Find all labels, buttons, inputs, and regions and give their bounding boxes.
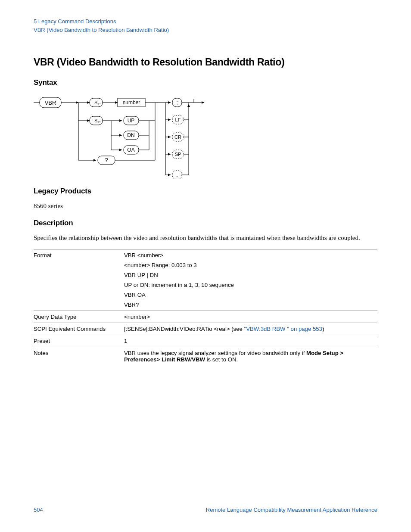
row-label: Query Data Type [34,311,124,323]
term-comma: , [176,171,178,178]
page-footer: 504 Remote Language Compatibility Measur… [34,507,377,513]
railroad-diagram-svg: VBR S P number ; S [34,93,206,179]
term-sp: SP [175,152,181,157]
oa-node: OA [127,147,134,153]
table-row: Preset 1 [34,335,377,347]
up-node: UP [128,118,135,124]
sp2-node: S [94,118,97,123]
footer-reference: Remote Language Compatibility Measuremen… [206,507,377,513]
description-heading: Description [34,219,377,227]
row-label: Format [34,249,124,311]
start-node: VBR [45,100,56,106]
sp1-sub: P [98,102,100,106]
row-value: VBR uses the legacy signal analyzer sett… [124,347,377,365]
term-lf: LF [175,117,181,122]
legacy-products-body: 8560 series [34,202,377,211]
q-node: ? [105,157,108,163]
table-row: SCPI Equivalent Commands [:SENSe]:BANDwi… [34,323,377,335]
dn-node: DN [127,132,134,138]
legacy-products-heading: Legacy Products [34,187,377,196]
row-value: <number> [124,311,377,323]
row-label: Notes [34,347,124,365]
syntax-heading: Syntax [34,78,377,87]
row-label: SCPI Equivalent Commands [34,323,124,335]
term-semi: ; [176,99,178,106]
description-body: Specifies the relationship between the v… [34,233,377,243]
row-value: [:SENSe]:BANDwidth:VIDeo:RATio <real> (s… [124,323,377,335]
number-node: number [123,100,140,106]
page-number: 504 [34,507,43,513]
breadcrumb: 5 Legacy Command Descriptions VBR (Video… [34,17,377,34]
term-cr: CR [174,134,181,140]
scpi-link[interactable]: "VBW:3dB RBW " on page 553 [244,326,322,332]
section-crumb: VBR (Video Bandwidth to Resolution Bandw… [34,26,377,34]
table-row: Format VBR <number> <number> Range: 0.00… [34,249,377,311]
sp2-sub: P [98,120,100,124]
page-title: VBR (Video Bandwidth to Resolution Bandw… [34,56,377,68]
table-row: Notes VBR uses the legacy signal analyze… [34,347,377,365]
table-row: Query Data Type <number> [34,311,377,323]
row-value: 1 [124,335,377,347]
sp1-node: S [94,100,97,105]
row-label: Preset [34,335,124,347]
chapter-crumb: 5 Legacy Command Descriptions [34,17,377,26]
row-value: VBR <number> <number> Range: 0.003 to 3 … [124,249,377,311]
parameter-table: Format VBR <number> <number> Range: 0.00… [34,249,377,365]
syntax-diagram: VBR S P number ; S [34,93,377,179]
